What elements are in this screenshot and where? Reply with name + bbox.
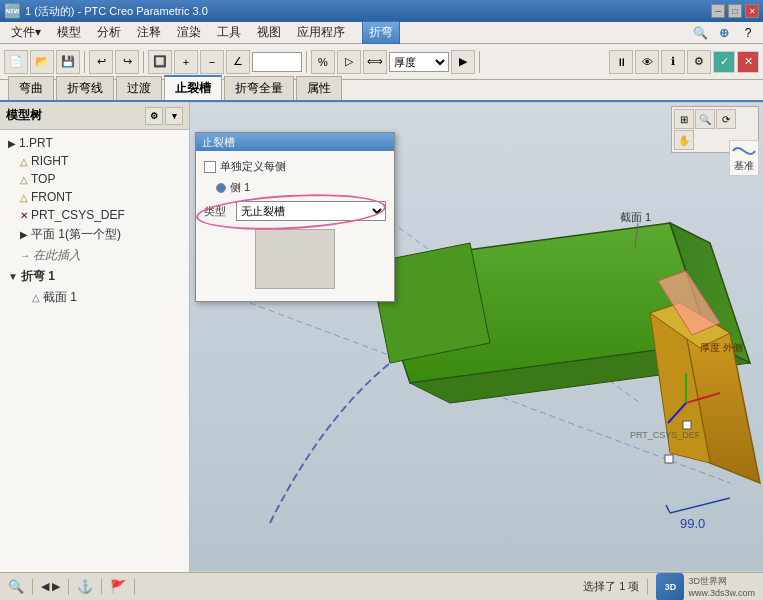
- relief-preview: [255, 229, 335, 289]
- csys-icon: ✕: [20, 210, 28, 221]
- menu-tools[interactable]: 工具: [210, 21, 248, 44]
- minimize-button[interactable]: ─: [711, 4, 725, 18]
- model-tree: ▶ 1.PRT △ RIGHT △ TOP △ FRONT ✕ PRT_: [0, 130, 189, 572]
- menu-render[interactable]: 渲染: [170, 21, 208, 44]
- svg-text:截面 1: 截面 1: [620, 211, 651, 223]
- tree-label-right: RIGHT: [31, 154, 68, 168]
- tab-bend-curve[interactable]: 弯曲: [8, 76, 54, 100]
- svg-rect-18: [665, 455, 673, 463]
- validate-x-button[interactable]: ✕: [737, 51, 759, 73]
- side1-radio[interactable]: [216, 183, 226, 193]
- tb-pause[interactable]: ⏸: [609, 50, 633, 74]
- tree-label-section1: 截面 1: [43, 289, 77, 306]
- expand-icon-bend1: ▼: [8, 271, 18, 282]
- view-refit[interactable]: ⊞: [674, 109, 694, 129]
- svg-text:99.0: 99.0: [680, 516, 705, 531]
- menu-annotation[interactable]: 注释: [130, 21, 168, 44]
- menu-file[interactable]: 文件▾: [4, 21, 48, 44]
- menu-analysis[interactable]: 分析: [90, 21, 128, 44]
- status-sep3: [101, 579, 102, 595]
- menu-apps[interactable]: 应用程序: [290, 21, 352, 44]
- tab-bend-line[interactable]: 折弯线: [56, 76, 114, 100]
- maximize-button[interactable]: □: [728, 4, 742, 18]
- tree-item-csys[interactable]: ✕ PRT_CSYS_DEF: [0, 206, 189, 224]
- status-prev[interactable]: ◀: [41, 580, 49, 593]
- status-expand-icon[interactable]: 🔍: [8, 579, 24, 594]
- tree-label-front: FRONT: [31, 190, 72, 204]
- tree-settings[interactable]: ⚙: [145, 107, 163, 125]
- tree-label-top: TOP: [31, 172, 55, 186]
- wave-area: 基准: [729, 140, 759, 176]
- menu-view[interactable]: 视图: [250, 21, 288, 44]
- type-select[interactable]: 无止裂槽 矩形 圆形 拉伸: [236, 201, 386, 221]
- view-zoom[interactable]: 🔍: [695, 109, 715, 129]
- expand-icon-plane1: ▶: [20, 229, 28, 240]
- window-title: 1 (活动的) - PTC Creo Parametric 3.0: [25, 4, 208, 19]
- logo-text: 3D世界网 www.3ds3w.com: [688, 575, 755, 598]
- view-pan[interactable]: ✋: [674, 130, 694, 150]
- tb-undo[interactable]: ↩: [89, 50, 113, 74]
- sidebar-header: 模型树 ⚙ ▾: [0, 102, 189, 130]
- tb-info[interactable]: ℹ: [661, 50, 685, 74]
- tree-item-right[interactable]: △ RIGHT: [0, 152, 189, 170]
- status-sep4: [134, 579, 135, 595]
- status-nav: ◀ ▶: [41, 580, 60, 593]
- tb-preview[interactable]: 👁: [635, 50, 659, 74]
- tb-flip[interactable]: ⟺: [363, 50, 387, 74]
- relief-panel-content: 单独定义每侧 侧 1 类型 无止裂槽 矩形 圆形 拉伸: [196, 151, 394, 301]
- angle-input[interactable]: 99.0: [252, 52, 302, 72]
- type-label: 类型: [204, 204, 232, 219]
- menu-active-tab[interactable]: 折弯: [362, 21, 400, 44]
- tb-sep2: [143, 51, 144, 73]
- insert-icon: →: [20, 250, 30, 261]
- thickness-select[interactable]: 厚度: [389, 52, 449, 72]
- view-rotate[interactable]: ⟳: [716, 109, 736, 129]
- logo-icon: 3D: [656, 573, 684, 601]
- tb-zoom-out[interactable]: −: [200, 50, 224, 74]
- tree-item-front[interactable]: △ FRONT: [0, 188, 189, 206]
- search-button[interactable]: 🔍: [689, 24, 711, 42]
- tb-arrow[interactable]: ▷: [337, 50, 361, 74]
- validate-check-button[interactable]: ✓: [713, 51, 735, 73]
- menu-model[interactable]: 模型: [50, 21, 88, 44]
- tb-save[interactable]: 💾: [56, 50, 80, 74]
- tab-bend-all[interactable]: 折弯全量: [224, 76, 294, 100]
- section-icon: △: [32, 292, 40, 303]
- tb-sep4: [479, 51, 480, 73]
- tab-transition[interactable]: 过渡: [116, 76, 162, 100]
- tree-item-top[interactable]: △ TOP: [0, 170, 189, 188]
- tab-properties[interactable]: 属性: [296, 76, 342, 100]
- tb-zoom-in[interactable]: +: [174, 50, 198, 74]
- logo-line2: www.3ds3w.com: [688, 588, 755, 598]
- close-button[interactable]: ✕: [745, 4, 759, 18]
- panel-type-row: 类型 无止裂槽 矩形 圆形 拉伸: [204, 201, 386, 221]
- tab-relief[interactable]: 止裂槽: [164, 75, 222, 100]
- status-next[interactable]: ▶: [52, 580, 60, 593]
- tree-item-plane1[interactable]: ▶ 平面 1(第一个型): [0, 224, 189, 245]
- tb-angle[interactable]: ∠: [226, 50, 250, 74]
- help-button[interactable]: ?: [737, 24, 759, 42]
- each-side-checkbox[interactable]: [204, 161, 216, 173]
- tb-redo[interactable]: ↪: [115, 50, 139, 74]
- tb-new[interactable]: 📄: [4, 50, 28, 74]
- tree-item-insert[interactable]: → 在此插入: [0, 245, 189, 266]
- tb-arrow2[interactable]: ▶: [451, 50, 475, 74]
- logo-area: 3D 3D世界网 www.3ds3w.com: [656, 573, 755, 601]
- tree-item-prt[interactable]: ▶ 1.PRT: [0, 134, 189, 152]
- tb-open[interactable]: 📂: [30, 50, 54, 74]
- help-close-button[interactable]: ⊕: [713, 24, 735, 42]
- svg-text:厚度 外侧: 厚度 外侧: [700, 342, 743, 353]
- status-text: 选择了 1 项: [583, 579, 639, 594]
- tree-item-section1[interactable]: △ 截面 1: [0, 287, 189, 308]
- toolbar-right: ⏸ 👁 ℹ ⚙ ✓ ✕: [609, 50, 759, 74]
- tb-percent[interactable]: %: [311, 50, 335, 74]
- plane-icon-front: △: [20, 192, 28, 203]
- tree-item-bend1[interactable]: ▼ 折弯 1: [0, 266, 189, 287]
- tb-refit[interactable]: 🔲: [148, 50, 172, 74]
- tb-gear[interactable]: ⚙: [687, 50, 711, 74]
- status-sep5: [647, 579, 648, 595]
- each-side-label: 单独定义每侧: [220, 159, 286, 174]
- tree-filter[interactable]: ▾: [165, 107, 183, 125]
- panel-radio-row: 侧 1: [204, 180, 386, 195]
- status-sep2: [68, 579, 69, 595]
